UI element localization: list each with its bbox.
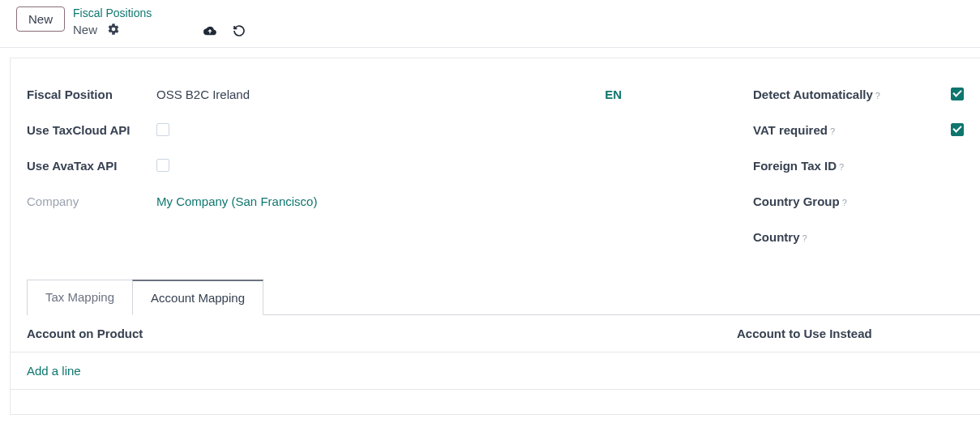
breadcrumb: Fiscal Positions New xyxy=(73,6,152,37)
left-column: Fiscal Position EN Use TaxCloud API Use … xyxy=(27,76,753,254)
help-icon[interactable]: ? xyxy=(839,162,844,172)
fiscal-position-input[interactable] xyxy=(156,84,600,105)
topbar: New Fiscal Positions New xyxy=(0,0,980,47)
save-discard-controls xyxy=(200,6,247,39)
cloud-save-icon[interactable] xyxy=(200,23,220,39)
use-avatax-checkbox[interactable] xyxy=(156,159,169,172)
form-sheet: Fiscal Position EN Use TaxCloud API Use … xyxy=(10,58,980,415)
tab-account-mapping[interactable]: Account Mapping xyxy=(132,280,263,315)
tabs: Tax Mapping Account Mapping xyxy=(27,279,980,315)
help-icon[interactable]: ? xyxy=(802,233,807,243)
new-record-button[interactable]: New xyxy=(16,6,65,32)
country-group-label: Country Group? xyxy=(753,194,847,208)
right-column: Detect Automatically? VAT required? Fore… xyxy=(753,76,964,254)
help-icon[interactable]: ? xyxy=(875,91,880,100)
use-taxcloud-label: Use TaxCloud API xyxy=(27,123,156,137)
language-badge[interactable]: EN xyxy=(600,88,627,101)
help-icon[interactable]: ? xyxy=(842,198,847,207)
breadcrumb-current: New xyxy=(73,23,97,36)
table-header: Account on Product Account to Use Instea… xyxy=(11,315,980,352)
vat-required-checkbox[interactable] xyxy=(951,123,964,136)
col-account-on-product: Account on Product xyxy=(27,327,737,340)
use-avatax-label: Use AvaTax API xyxy=(27,159,156,173)
company-value-link[interactable]: My Company (San Francisco) xyxy=(156,194,317,208)
top-divider xyxy=(0,47,980,48)
add-line-button[interactable]: Add a line xyxy=(27,364,81,378)
fiscal-position-label: Fiscal Position xyxy=(27,88,156,101)
breadcrumb-parent-link[interactable]: Fiscal Positions xyxy=(73,6,152,19)
gear-icon[interactable] xyxy=(105,21,122,37)
vat-required-label: VAT required? xyxy=(753,123,835,137)
country-label: Country? xyxy=(753,230,807,244)
company-label: Company xyxy=(27,194,156,208)
tab-tax-mapping[interactable]: Tax Mapping xyxy=(27,280,132,315)
detect-auto-label: Detect Automatically? xyxy=(753,88,880,101)
col-account-to-use: Account to Use Instead xyxy=(737,327,964,340)
detect-auto-checkbox[interactable] xyxy=(951,88,964,100)
table-body: Add a line xyxy=(11,352,980,390)
foreign-tax-label: Foreign Tax ID? xyxy=(753,159,844,173)
help-icon[interactable]: ? xyxy=(830,126,835,136)
use-taxcloud-checkbox[interactable] xyxy=(156,123,169,136)
discard-icon[interactable] xyxy=(231,23,247,39)
